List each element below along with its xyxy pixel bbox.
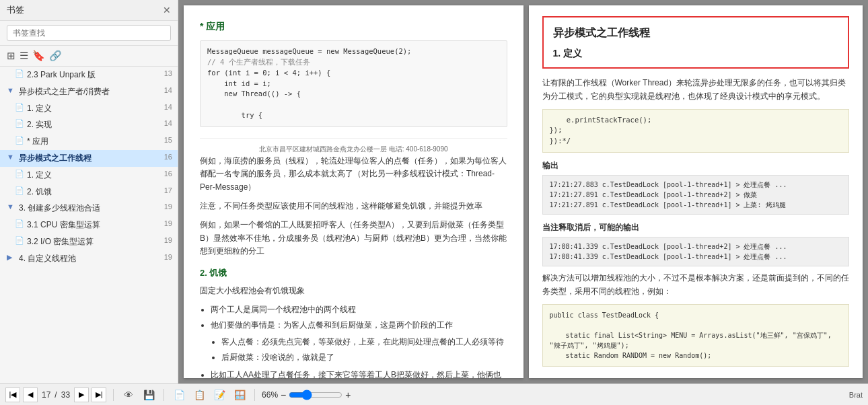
zoom-slider[interactable]	[289, 390, 342, 400]
sidebar-item-hunger[interactable]: 📄 2. 饥饿 17	[0, 184, 178, 200]
bookmark-icon: 📄	[15, 219, 24, 228]
list-item: 两个工人是属同一个线程池中的两个线程	[211, 303, 507, 316]
sidebar-item-io-dense[interactable]: 📄 3.2 I/O 密集型运算 19	[0, 233, 178, 250]
arrow-icon: ▶	[7, 253, 16, 262]
sidebar-item-custom-pool[interactable]: ▶ 4. 自定义线程池 19	[0, 250, 178, 267]
doc-icon-1[interactable]: 📄	[171, 387, 187, 403]
view-icon[interactable]: 👁	[120, 387, 137, 403]
page-wrapper: * 应用 MessageQueue messageQueue = new Mes…	[178, 0, 868, 383]
right-box-title: 异步模式之工作线程	[553, 24, 839, 42]
sidebar-item-cpu-dense[interactable]: 📄 3.1 CPU 密集型运算 19	[0, 217, 178, 233]
sidebar-item-label: 1. 定义	[27, 103, 157, 114]
sidebar-item-worker-thread[interactable]: ▼ 异步模式之工作线程 16	[0, 150, 178, 167]
sidebar-tool-icon-2[interactable]: ☰	[20, 50, 28, 62]
first-page-button[interactable]: |◀	[5, 388, 20, 402]
left-hunger-para: 固定大小线程池会有饥饿现象	[200, 285, 507, 298]
sidebar-item-num: 19	[160, 202, 172, 211]
current-page: 17	[42, 390, 50, 400]
sidebar-item-label: 异步模式之生产者/消费者	[19, 86, 157, 98]
sidebar-item-num: 14	[160, 86, 172, 94]
right-box-subtitle: 1. 定义	[553, 46, 839, 61]
sidebar-item-num: 14	[160, 119, 172, 127]
right-possible-output-label: 当注释取消后，可能的输出	[542, 221, 850, 234]
separator-3	[254, 389, 255, 401]
sidebar-search-container	[0, 21, 178, 46]
zoom-minus-icon[interactable]: −	[281, 390, 286, 400]
sidebar-item-num: 16	[160, 153, 172, 161]
prev-page-button[interactable]: ◀	[23, 388, 38, 402]
right-output1: 17:21:27.883 c.TestDeadLock [pool-1-thre…	[542, 175, 850, 215]
sidebar-item-label: 3.2 I/O 密集型运算	[27, 236, 157, 248]
left-para3: 例如，如果一个餐馆的工人既要招呼客人（任务类型A），又要到后厨做菜（任务类型B）…	[200, 219, 507, 258]
sidebar-item-num: 19	[160, 253, 172, 261]
sidebar-tool-icon-1[interactable]: ⊞	[7, 50, 15, 62]
total-pages: 33	[61, 390, 70, 400]
right-page-box: 异步模式之工作线程 1. 定义	[542, 16, 850, 69]
bookmark-icon: 📄	[15, 136, 24, 145]
sidebar-item-impl1[interactable]: 📄 2. 实现 14	[0, 116, 178, 133]
left-pdf-page: * 应用 MessageQueue messageQueue = new Mes…	[184, 5, 523, 378]
bookmark-icon: 📄	[15, 119, 24, 128]
sidebar-item-label: 1. 定义	[27, 170, 157, 181]
sidebar-search-input[interactable]	[7, 25, 171, 41]
left-code-block-1: MessageQueue messageQueue = new MessageQ…	[200, 40, 507, 126]
doc-icon-3[interactable]: 📝	[211, 387, 227, 403]
sidebar-tool-icon-3[interactable]: 🔖	[32, 50, 45, 62]
separator-1	[113, 389, 114, 401]
sidebar-item-label: 4. 自定义线程池	[19, 253, 157, 264]
sidebar-item-label: 2. 实现	[27, 119, 157, 131]
left-footer: 北京市昌平区建材城西路金燕龙办公楼一层 电话: 400-618-9090	[200, 138, 507, 155]
sidebar-item-label: 2. 饥饿	[27, 186, 157, 198]
sidebar-item-label: 异步模式之工作线程	[19, 153, 157, 164]
left-bullets: 两个工人是属同一个线程池中的两个线程 他们要做的事情是：为客人点餐和到后厨做菜，…	[211, 303, 507, 383]
sidebar-item-num: 19	[160, 219, 172, 227]
sidebar-item-label: 2.3 Park Unpark 版	[27, 69, 157, 81]
right-code3: public class TestDeadLock { static final…	[542, 304, 850, 367]
bookmark-icon: 📄	[15, 186, 24, 195]
page-navigation: |◀ ◀ 17 / 33 ▶ ▶|	[5, 388, 106, 402]
sidebar-item-num: 17	[160, 186, 172, 194]
doc-icon-2[interactable]: 📋	[191, 387, 207, 403]
bottom-toolbar: |◀ ◀ 17 / 33 ▶ ▶| 👁 💾 📄 📋 📝 🪟 66% − + Br…	[0, 383, 868, 405]
sidebar-item-define1[interactable]: 📄 1. 定义 14	[0, 100, 178, 117]
bookmark-icon: 📄	[15, 103, 24, 112]
sidebar-title: 书签	[7, 4, 24, 16]
right-define-para: 让有限的工作线程（Worker Thread）来轮流异步处理无限多的任务，也可以…	[542, 77, 850, 104]
sidebar-close-button[interactable]: ✕	[163, 5, 171, 15]
sidebar-item-park-unpark[interactable]: 📄 2.3 Park Unpark 版 13	[0, 67, 178, 83]
left-section-title: * 应用	[200, 19, 507, 34]
sidebar-item-producer-consumer[interactable]: ▼ 异步模式之生产者/消费者 14	[0, 83, 178, 100]
list-item: 他们要做的事情是：为客人点餐和到后厨做菜，这是两个阶段的工作	[211, 319, 507, 332]
zoom-plus-icon[interactable]: +	[345, 390, 351, 400]
right-code-snippet: e.printStackTrace(); }); }):*/	[542, 109, 850, 153]
content-area: * 应用 MessageQueue messageQueue = new Mes…	[178, 0, 868, 383]
left-para1: 例如，海底捞的服务员（线程），轮流处理每位客人的点餐（任务），如果为每位客人都配…	[200, 155, 507, 194]
bookmark-icon: 📄	[15, 69, 24, 78]
sidebar-item-app1[interactable]: 📄 * 应用 15	[0, 133, 178, 150]
list-item: 后厨做菜：没啥说的，做就是了	[221, 351, 507, 364]
sidebar-item-create-pool[interactable]: ▼ 3. 创建多少线程池合适 19	[0, 200, 178, 217]
zoom-controls: 66% − +	[262, 390, 351, 400]
sidebar-item-num: 16	[160, 170, 172, 178]
sidebar-toolbar: ⊞ ☰ 🔖 🔗	[0, 46, 178, 67]
bookmark-icon: 📄	[15, 170, 24, 178]
brat-label: Brat	[849, 391, 863, 399]
sidebar: 书签 ✕ ⊞ ☰ 🔖 🔗 📄 2.3 Park Unpark 版 13 ▼ 异步…	[0, 0, 178, 383]
sidebar-item-num: 14	[160, 103, 172, 111]
window-icon[interactable]: 🪟	[231, 387, 248, 403]
save-icon[interactable]: 💾	[141, 387, 157, 403]
last-page-button[interactable]: ▶|	[92, 388, 106, 402]
next-page-button[interactable]: ▶	[74, 388, 89, 402]
sidebar-item-label: 3.1 CPU 密集型运算	[27, 219, 157, 231]
arrow-icon: ▼	[7, 153, 16, 161]
sidebar-item-define2[interactable]: 📄 1. 定义 16	[0, 167, 178, 184]
right-resolve-para: 解决方法可以增加线程池的大小，不过不是根本解决方案，还是前面提到的，不同的任务类…	[542, 272, 850, 299]
zoom-level: 66%	[262, 390, 278, 400]
sidebar-item-num: 13	[160, 69, 172, 77]
sidebar-item-num: 15	[160, 136, 172, 144]
sidebar-tool-icon-4[interactable]: 🔗	[49, 50, 62, 62]
sidebar-item-num: 19	[160, 236, 172, 244]
arrow-icon: ▼	[7, 202, 16, 211]
arrow-icon: ▼	[7, 86, 16, 94]
left-section2: 2. 饥饿	[200, 266, 507, 281]
